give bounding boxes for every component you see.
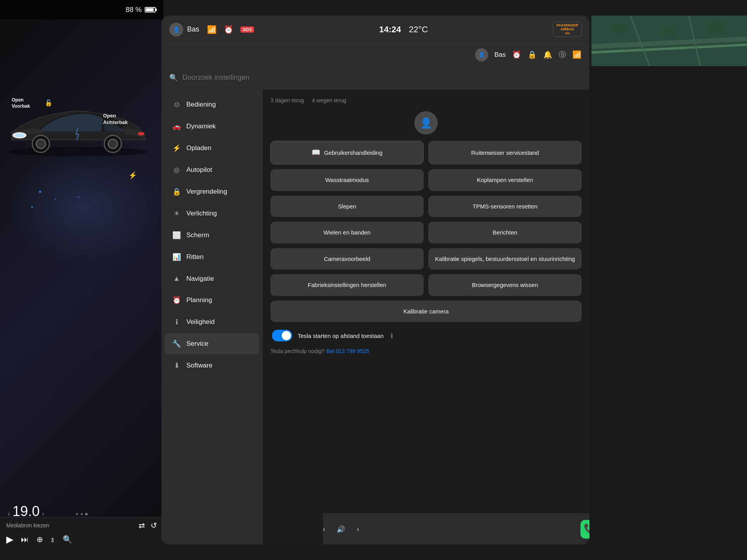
btn-fabrieksinstellingen-label: Fabrieksinstellingen herstellen <box>308 282 386 288</box>
lock-icon[interactable]: 🔓 <box>45 99 53 107</box>
software-icon: ⬇ <box>172 361 181 370</box>
sidebar-item-ritten[interactable]: 📊 Ritten <box>165 247 259 268</box>
bluetooth-icon-sec: Ⓑ <box>559 50 566 60</box>
btn-fabrieksinstellingen[interactable]: Fabrieksinstellingen herstellen <box>270 274 424 296</box>
front-label: Open Voorbak <box>12 97 30 109</box>
btn-gebruikershandleiding[interactable]: 📖 Gebruikershandleiding <box>270 141 424 164</box>
service-label: Service <box>186 340 209 348</box>
add-btn[interactable]: ⊕ <box>37 535 43 544</box>
toggle-label: Tesla starten op afstand toestaan <box>298 332 384 339</box>
taskbar-phone-icon[interactable]: 📞 <box>580 520 589 539</box>
alarm-icon-top: ⏰ <box>224 25 233 34</box>
ritten-icon: 📊 <box>172 253 181 261</box>
btn-browsergegevens[interactable]: Browsergegevens wissen <box>428 274 582 296</box>
sec-user-avatar: 👤 <box>475 48 488 61</box>
btn-kalibratie-spiegels-label: Kalibratie spiegels, bestuurdersstoel en… <box>435 256 575 262</box>
taskbar: ‹ 🔊 › 📞 ··· 📋 T 🎮 <box>323 513 589 544</box>
wifi-icon-top: 📶 <box>207 25 217 34</box>
sidebar-item-verlichting[interactable]: ☀ Verlichting <box>165 203 259 224</box>
search-bar[interactable]: 🔍 <box>161 66 589 89</box>
search-input[interactable] <box>182 74 582 82</box>
decoration-dot <box>93 202 95 203</box>
odo-right-arrow[interactable]: › <box>42 510 44 518</box>
nav-breadcrumb: 3 dagen terug 4 wegen terug <box>270 97 582 103</box>
sidebar-item-vergrendeling[interactable]: 🔒 Vergrendeling <box>165 181 259 202</box>
vol-left-arrow[interactable]: ‹ <box>323 526 325 533</box>
btn-kalibratie-camera-label: Kalibratie camera <box>403 308 449 315</box>
sos-badge: SOS <box>240 26 254 33</box>
top-bar-right: PASSENGERAIRBAG ON <box>553 22 582 37</box>
equalizer-btn[interactable]: ⩲ <box>51 535 55 544</box>
btn-wielen[interactable]: Wielen en banden <box>270 222 424 243</box>
book-icon: 📖 <box>312 148 320 157</box>
sidebar-item-veiligheid[interactable]: ℹ Veiligheid <box>165 312 259 332</box>
help-text: Tesla pechhulp nodig? <box>270 348 324 354</box>
sidebar-item-opladen[interactable]: ⚡ Opladen <box>165 138 259 159</box>
sidebar-item-bediening[interactable]: ⊙ Bediening <box>165 94 259 115</box>
veiligheid-label: Veiligheid <box>186 318 215 326</box>
svg-point-2 <box>15 133 24 137</box>
sidebar-item-autopilot[interactable]: ◎ Autopilot <box>165 159 259 180</box>
autopilot-label: Autopilot <box>186 166 212 174</box>
planning-icon: ⏰ <box>172 296 181 304</box>
profile-avatar: 👤 <box>414 111 438 135</box>
repeat-btn[interactable]: ↺ <box>151 521 157 530</box>
btn-ruitenwisser[interactable]: Ruitenwisser servicestand <box>428 141 582 164</box>
btn-kalibratie-camera[interactable]: Kalibratie camera <box>270 301 582 322</box>
remote-start-toggle[interactable] <box>272 330 292 341</box>
autopilot-icon: ◎ <box>172 166 181 174</box>
btn-wasstraatmodus[interactable]: Wasstraatmodus <box>270 169 424 191</box>
top-bar-left: 👤 Bas 📶 ⏰ SOS <box>169 23 254 37</box>
back-1[interactable]: 3 dagen terug <box>270 97 304 103</box>
btn-slepen[interactable]: Slepen <box>270 196 424 217</box>
media-source-label[interactable]: Mediabron kiezen <box>6 522 49 528</box>
svg-point-5 <box>36 139 46 149</box>
vol-right-arrow[interactable]: › <box>357 526 359 533</box>
sidebar-item-planning[interactable]: ⏰ Planning <box>165 290 259 311</box>
sidebar: ⊙ Bediening 🚗 Dynamiek ⚡ Opladen ◎ Autop… <box>161 89 263 544</box>
scherm-icon: ⬜ <box>172 231 181 240</box>
scherm-label: Scherm <box>186 231 209 239</box>
play-btn[interactable]: ▶ <box>6 534 13 545</box>
btn-slepen-label: Slepen <box>338 203 356 210</box>
decoration-dot <box>78 196 79 198</box>
svg-rect-13 <box>611 23 626 33</box>
decoration-dot <box>31 206 33 208</box>
sidebar-item-software[interactable]: ⬇ Software <box>165 355 259 376</box>
btn-berichten[interactable]: Berichten <box>428 222 582 243</box>
toggle-knob <box>282 331 291 340</box>
back-2[interactable]: 4 wegen terug <box>312 97 346 103</box>
toggle-row: Tesla starten op afstand toestaan ℹ <box>270 330 582 341</box>
sidebar-item-dynamiek[interactable]: 🚗 Dynamiek <box>165 116 259 137</box>
sidebar-item-navigatie[interactable]: ▲ Navigatie <box>165 268 259 289</box>
bell-icon-sec: 🔔 <box>543 50 552 59</box>
volume-icon[interactable]: 🔊 <box>337 525 345 534</box>
decoration-dot <box>39 191 41 193</box>
wifi-icon-sec: 📶 <box>572 50 582 59</box>
secondary-bar: 👤 Bas ⏰ 🔒 🔔 Ⓑ 📶 <box>161 44 589 66</box>
top-bar: 👤 Bas 📶 ⏰ SOS 14:24 22°C PASSENGERAIRBAG… <box>161 16 589 44</box>
odo-left-arrow[interactable]: ‹ <box>8 510 10 518</box>
btn-kalibratie-spiegels[interactable]: Kalibratie spiegels, bestuurdersstoel en… <box>428 248 582 270</box>
lock-icon-sec: 🔒 <box>528 50 537 59</box>
svg-rect-15 <box>708 21 726 33</box>
airbag-on-text: ON <box>565 32 570 35</box>
btn-cameravoorbeeld[interactable]: Cameravoorbeeld <box>270 248 424 270</box>
svg-point-0 <box>8 147 148 156</box>
next-btn[interactable]: ⏭ <box>21 535 29 544</box>
media-bar: Mediabron kiezen ⇄ ↺ ▶ ⏭ ⊕ ⩲ 🔍 <box>0 517 163 560</box>
shuffle-btn[interactable]: ⇄ <box>139 521 145 530</box>
btn-tpms[interactable]: TPMS-sensoren resetten <box>428 196 582 217</box>
sidebar-item-service[interactable]: 🔧 Service <box>165 333 259 354</box>
pagination-dots <box>76 513 88 515</box>
btn-cameravoorbeeld-label: Cameravoorbeeld <box>324 256 370 262</box>
sec-username: Bas <box>494 51 506 59</box>
help-link[interactable]: Bel 013 799 9525 <box>326 348 369 354</box>
info-icon[interactable]: ℹ <box>391 332 393 340</box>
search-media-btn[interactable]: 🔍 <box>63 535 72 544</box>
main-content: ⊙ Bediening 🚗 Dynamiek ⚡ Opladen ◎ Autop… <box>161 89 589 544</box>
sidebar-item-scherm[interactable]: ⬜ Scherm <box>165 225 259 246</box>
btn-koplampen[interactable]: Koplampen verstellen <box>428 169 582 191</box>
btn-berichten-label: Berichten <box>493 229 517 236</box>
alarm-icon-sec: ⏰ <box>512 50 521 59</box>
